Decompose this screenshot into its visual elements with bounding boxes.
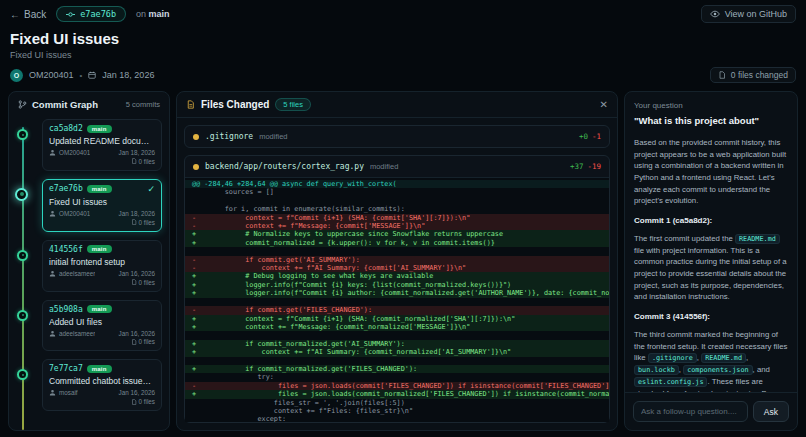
question-body: Your question "What is this project abou…	[625, 92, 797, 392]
diff-line: + logger.info(f"Commit {i} author: {comm…	[185, 289, 609, 297]
diff-line: for i, commit in enumerate(similar_commi…	[185, 205, 609, 213]
branch-name: main	[149, 9, 170, 19]
main-content: Commit Graph 5 commits ca5a8d2mainUpdate…	[0, 91, 806, 437]
commit-message: initial frontend setup	[49, 257, 155, 267]
commit-message: Fixed UI issues	[49, 197, 155, 207]
page-subtitle: Fixed UI issues	[10, 50, 796, 60]
ask-button[interactable]: Ask	[753, 401, 789, 422]
file-head[interactable]: .gitignoremodified+0-1	[185, 126, 609, 147]
files-count-badge: 5 files	[275, 98, 311, 111]
diff-line: + if commit_normalized.get('FILES_CHANGE…	[185, 365, 609, 373]
commit-graph-title: Commit Graph	[32, 99, 98, 110]
graph-line	[22, 127, 24, 430]
page-title: Fixed UI issues	[10, 30, 796, 47]
files-changed-panel: Files Changed 5 files ✕ .gitignoremodifi…	[176, 91, 618, 431]
commit-date: Jan 18, 2026	[119, 149, 155, 157]
meta-separator: •	[80, 71, 83, 80]
file-icon	[131, 158, 137, 164]
diff-line: - context += f"Message: {commit['MESSAGE…	[185, 222, 609, 230]
back-label: Back	[24, 9, 46, 20]
commit-sha: 7e77ca7	[49, 364, 83, 373]
question-panel: Your question "What is this project abou…	[624, 91, 798, 431]
commit-files-count: 0 files	[131, 279, 155, 286]
on-label: on	[136, 9, 146, 19]
diff-line: - context = f"Commit {i+1} (SHA: {commit…	[185, 214, 609, 222]
commit-item-e7ae76b[interactable]: e7ae76bmain✓Fixed UI issuesOM200401Jan 1…	[42, 179, 162, 232]
commit-item-414556f[interactable]: 414556fmaininitial frontend setupadeelsa…	[42, 240, 162, 292]
diff-file-icon	[186, 100, 195, 109]
commit-meta-row: O OM200401 • Jan 18, 2026 0 files change…	[10, 67, 796, 83]
commit-count: 5 commits	[126, 100, 160, 109]
inline-code: README.md	[735, 234, 780, 244]
commit-files-count: 0 files	[131, 338, 155, 345]
modified-dot-icon	[193, 134, 199, 140]
person-icon	[49, 330, 56, 337]
diff-line: - files = json.loads(commit['FILES_CHANG…	[185, 382, 609, 390]
diff-line: - if commit.get('AI_SUMMARY'):	[185, 256, 609, 264]
diff-line: + commit_normalized = {k.upper(): v for …	[185, 239, 609, 247]
file-status: modified	[259, 132, 287, 141]
commit-list: ca5a8d2mainUpdated README document...OM2…	[9, 115, 169, 430]
files-changed-header: Files Changed 5 files ✕	[177, 92, 617, 118]
commit-node-icon	[17, 310, 28, 321]
git-branch-icon	[18, 100, 27, 109]
commit-author: adeelsameer	[49, 270, 95, 277]
diff-line: + if commit_normalized.get('AI_SUMMARY')…	[185, 340, 609, 348]
commit-files-count: 0 files	[131, 158, 155, 165]
commit-item-a5b908a[interactable]: a5b908amainAdded UI filesadeelsameerJan …	[42, 300, 162, 352]
close-icon[interactable]: ✕	[600, 100, 608, 110]
diff-line: - context += f"AI Summary: {commit['AI_S…	[185, 264, 609, 272]
file-head[interactable]: backend/app/routers/cortex_rag.pymodifie…	[185, 156, 609, 177]
answer-paragraph: The first commit updated the README.md f…	[634, 233, 788, 303]
diff-line: + context += f"Message: {commit_normaliz…	[185, 323, 609, 331]
commit-item-7e77ca7[interactable]: 7e77ca7mainCommitted chatbot issues n...…	[42, 359, 162, 411]
commit-sha: ca5a8d2	[49, 124, 83, 133]
diff-line: try:	[185, 373, 609, 381]
branch-badge: main	[87, 365, 112, 373]
commit-author: adeelsameer	[49, 330, 95, 337]
additions-count: +37	[570, 162, 584, 171]
diff-line: files_str = ', '.join(files[:5])	[185, 399, 609, 407]
commit-node-icon	[17, 369, 28, 380]
commit-author: OM200401	[49, 149, 90, 156]
view-on-github-button[interactable]: View on GitHub	[701, 5, 796, 23]
back-button[interactable]: ← Back	[10, 9, 46, 20]
file-list: .gitignoremodified+0-1backend/app/router…	[177, 118, 617, 430]
diff-line: + context = f"Commit {i+1} (SHA: {commit…	[185, 315, 609, 323]
inline-code: bun.lockb	[634, 365, 679, 375]
answer-heading: Commit 1 (ca5a8d2):	[634, 215, 788, 227]
question-label: Your question	[634, 101, 788, 110]
answer-paragraph: The third commit marked the beginning of…	[634, 329, 788, 392]
diff-line: + # Normalize keys to uppercase since Sn…	[185, 230, 609, 238]
diff-line: sources = []	[185, 188, 609, 196]
topbar: ← Back e7ae76b on main View on GitHub	[0, 0, 806, 28]
diff-line	[185, 247, 609, 255]
diff-line	[185, 197, 609, 205]
followup-input[interactable]	[633, 401, 748, 422]
commit-sha: 414556f	[49, 245, 83, 254]
files-changed-label: 0 files changed	[731, 70, 788, 80]
commit-graph-panel: Commit Graph 5 commits ca5a8d2mainUpdate…	[8, 91, 170, 431]
diff-line: + # Debug logging to see what keys are a…	[185, 272, 609, 280]
app-root: ← Back e7ae76b on main View on GitHub Fi…	[0, 0, 806, 437]
person-icon	[49, 389, 56, 396]
commit-hash-badge[interactable]: e7ae76b	[56, 6, 126, 22]
inline-code: components.json	[683, 365, 752, 375]
files-changed-title: Files Changed	[201, 99, 269, 110]
file-card[interactable]: .gitignoremodified+0-1	[184, 125, 610, 148]
file-icon	[131, 279, 137, 285]
inline-code: README.md	[701, 353, 746, 363]
files-changed-indicator: 0 files changed	[710, 67, 796, 83]
view-on-github-label: View on GitHub	[725, 9, 787, 19]
commit-sha: a5b908a	[49, 305, 83, 314]
file-icon	[131, 339, 137, 345]
avatar: O	[10, 69, 23, 82]
person-icon	[49, 210, 56, 217]
modified-dot-icon	[193, 164, 199, 170]
diff-view: @@ -284,46 +284,64 @@ async def query_wi…	[185, 177, 609, 422]
file-card[interactable]: backend/app/routers/cortex_rag.pymodifie…	[184, 155, 610, 423]
check-icon: ✓	[147, 184, 155, 194]
inline-code: eslint.config.js	[634, 377, 707, 387]
file-icon	[718, 71, 726, 79]
commit-item-ca5a8d2[interactable]: ca5a8d2mainUpdated README document...OM2…	[42, 119, 162, 171]
